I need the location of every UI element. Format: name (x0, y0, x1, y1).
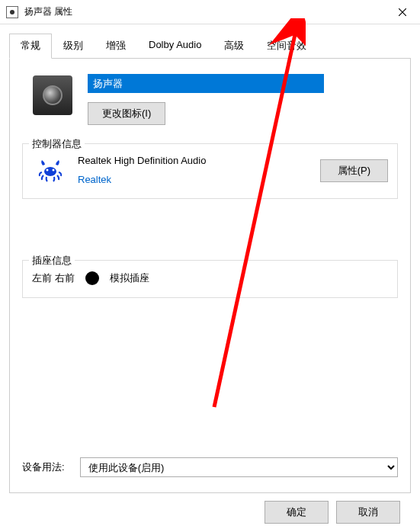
jack-location: 左前 右前 (32, 271, 75, 285)
tab-enhance[interactable]: 增强 (95, 34, 137, 58)
svg-point-0 (44, 167, 56, 176)
ok-button[interactable]: 确定 (265, 501, 329, 524)
tab-bar: 常规 级别 增强 Dolby Audio 高级 空间音效 (9, 34, 411, 59)
controller-legend: 控制器信息 (29, 137, 85, 151)
controller-properties-button[interactable]: 属性(P) (320, 159, 388, 182)
close-icon (399, 8, 406, 16)
usage-select[interactable]: 使用此设备(启用) (80, 457, 398, 477)
jack-fieldset: 插座信息 左前 右前 模拟插座 (22, 260, 398, 298)
tab-advanced[interactable]: 高级 (213, 34, 255, 58)
window-title: 扬声器 属性 (24, 5, 72, 18)
change-icon-button[interactable]: 更改图标(I) (88, 102, 165, 125)
jack-type: 模拟插座 (110, 271, 149, 285)
device-section: 更改图标(I) (22, 74, 398, 125)
close-button[interactable] (385, 0, 420, 24)
tab-dolby[interactable]: Dolby Audio (137, 34, 213, 58)
jack-legend: 插座信息 (29, 254, 75, 268)
usage-label: 设备用法: (22, 460, 65, 474)
titlebar: 扬声器 属性 (0, 0, 420, 24)
tab-spatial[interactable]: 空间音效 (255, 34, 318, 58)
svg-point-2 (53, 168, 55, 171)
svg-point-1 (46, 168, 49, 171)
controller-name: Realtek High Definition Audio (78, 155, 306, 166)
tab-levels[interactable]: 级别 (52, 34, 95, 58)
tab-general[interactable]: 常规 (9, 34, 52, 59)
cancel-button[interactable]: 取消 (336, 501, 400, 524)
realtek-crab-icon (37, 157, 64, 184)
tab-panel-general: 更改图标(I) 控制器信息 (9, 59, 411, 493)
jack-color-dot (85, 271, 99, 285)
device-name-input[interactable] (88, 74, 324, 93)
controller-fieldset: 控制器信息 (22, 143, 398, 199)
window-icon (6, 6, 18, 18)
vendor-link[interactable]: Realtek (78, 174, 111, 185)
speaker-icon (33, 75, 72, 115)
content-area: 常规 级别 增强 Dolby Audio 高级 空间音效 更改图标(I) 控制器… (0, 24, 420, 529)
usage-row: 设备用法: 使用此设备(启用) (22, 457, 398, 477)
dialog-footer: 确定 取消 (9, 493, 411, 529)
